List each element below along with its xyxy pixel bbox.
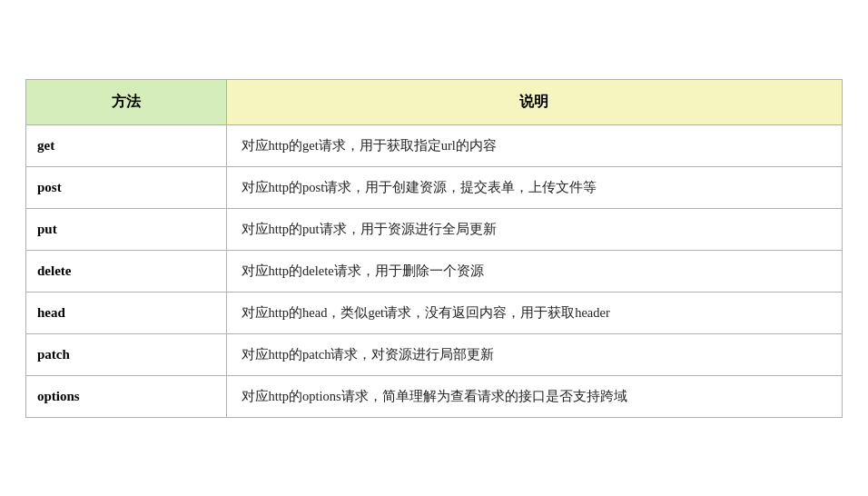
table-row: get对应http的get请求，用于获取指定url的内容 xyxy=(26,124,842,166)
method-cell: put xyxy=(26,208,226,250)
method-cell: options xyxy=(26,375,226,417)
table-row: post对应http的post请求，用于创建资源，提交表单，上传文件等 xyxy=(26,166,842,208)
header-description: 说明 xyxy=(226,80,842,125)
description-cell: 对应http的options请求，简单理解为查看请求的接口是否支持跨域 xyxy=(226,375,842,417)
table-row: options对应http的options请求，简单理解为查看请求的接口是否支持… xyxy=(26,375,842,417)
description-cell: 对应http的post请求，用于创建资源，提交表单，上传文件等 xyxy=(226,166,842,208)
table-row: head对应http的head，类似get请求，没有返回内容，用于获取heade… xyxy=(26,292,842,333)
method-cell: patch xyxy=(26,333,226,375)
description-cell: 对应http的head，类似get请求，没有返回内容，用于获取header xyxy=(226,292,842,333)
header-method: 方法 xyxy=(26,80,226,125)
description-cell: 对应http的put请求，用于资源进行全局更新 xyxy=(226,208,842,250)
description-cell: 对应http的patch请求，对资源进行局部更新 xyxy=(226,333,842,375)
http-methods-table: 方法 说明 get对应http的get请求，用于获取指定url的内容post对应… xyxy=(25,79,843,418)
table-row: delete对应http的delete请求，用于删除一个资源 xyxy=(26,250,842,292)
table-row: put对应http的put请求，用于资源进行全局更新 xyxy=(26,208,842,250)
method-cell: get xyxy=(26,124,226,166)
method-cell: head xyxy=(26,292,226,333)
table-row: patch对应http的patch请求，对资源进行局部更新 xyxy=(26,333,842,375)
method-cell: delete xyxy=(26,250,226,292)
method-cell: post xyxy=(26,166,226,208)
description-cell: 对应http的delete请求，用于删除一个资源 xyxy=(226,250,842,292)
description-cell: 对应http的get请求，用于获取指定url的内容 xyxy=(226,124,842,166)
